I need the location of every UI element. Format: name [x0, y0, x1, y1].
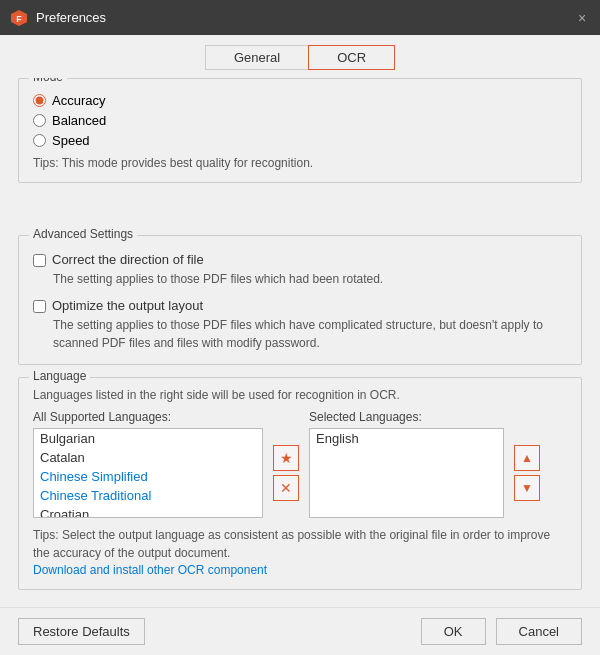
language-section: Language Languages listed in the right s…	[18, 377, 582, 590]
correct-direction-checkbox[interactable]	[33, 254, 46, 267]
window-title: Preferences	[36, 10, 574, 25]
window-content: General OCR Mode Accuracy Balanced	[0, 35, 600, 655]
mode-speed-radio[interactable]	[33, 134, 46, 147]
add-language-button[interactable]: ★	[273, 445, 299, 471]
cancel-button[interactable]: Cancel	[496, 618, 582, 645]
correct-direction-item: Correct the direction of file	[33, 252, 567, 267]
footer: Restore Defaults OK Cancel	[0, 607, 600, 655]
mode-accuracy-item[interactable]: Accuracy	[33, 93, 567, 108]
tab-ocr[interactable]: OCR	[308, 45, 395, 70]
optimize-layout-desc: The setting applies to those PDF files w…	[53, 316, 567, 352]
mode-accuracy-label: Accuracy	[52, 93, 105, 108]
mode-speed-item[interactable]: Speed	[33, 133, 567, 148]
mode-tips: Tips: This mode provides best quality fo…	[33, 156, 567, 170]
mode-section-title: Mode	[29, 78, 67, 84]
mode-balanced-item[interactable]: Balanced	[33, 113, 567, 128]
language-section-title: Language	[29, 369, 90, 383]
list-item-chinese-traditional[interactable]: Chinese Traditional	[34, 486, 262, 505]
list-item-catalan[interactable]: Catalan	[34, 448, 262, 467]
optimize-layout-checkbox[interactable]	[33, 300, 46, 313]
mode-section: Mode Accuracy Balanced Speed Tips	[18, 78, 582, 183]
mode-accuracy-radio[interactable]	[33, 94, 46, 107]
optimize-layout-label: Optimize the output layout	[52, 298, 203, 313]
list-item-croatian[interactable]: Croatian	[34, 505, 262, 518]
correct-direction-label: Correct the direction of file	[52, 252, 204, 267]
selected-languages-label: Selected Languages:	[309, 410, 504, 424]
mode-radio-group: Accuracy Balanced Speed	[33, 93, 567, 148]
title-bar: F Preferences ×	[0, 0, 600, 35]
list-item-chinese-simplified[interactable]: Chinese Simplified	[34, 467, 262, 486]
all-languages-col: All Supported Languages: Bulgarian Catal…	[33, 410, 263, 518]
advanced-section-title: Advanced Settings	[29, 227, 137, 241]
move-up-button[interactable]: ▲	[514, 445, 540, 471]
language-tips: Tips: Select the output language as cons…	[33, 526, 567, 562]
tab-bar: General OCR	[0, 35, 600, 78]
language-columns: All Supported Languages: Bulgarian Catal…	[33, 410, 567, 518]
move-down-button[interactable]: ▼	[514, 475, 540, 501]
svg-text:F: F	[16, 14, 22, 24]
language-description: Languages listed in the right side will …	[33, 388, 567, 402]
app-icon: F	[10, 9, 28, 27]
mode-speed-label: Speed	[52, 133, 90, 148]
all-languages-list[interactable]: Bulgarian Catalan Chinese Simplified Chi…	[33, 428, 263, 518]
mode-balanced-label: Balanced	[52, 113, 106, 128]
footer-right-buttons: OK Cancel	[421, 618, 582, 645]
remove-language-button[interactable]: ✕	[273, 475, 299, 501]
download-link[interactable]: Download and install other OCR component	[33, 563, 267, 577]
close-button[interactable]: ×	[574, 10, 590, 26]
optimize-layout-item: Optimize the output layout	[33, 298, 567, 313]
correct-direction-desc: The setting applies to those PDF files w…	[53, 270, 567, 288]
selected-languages-list[interactable]: English	[309, 428, 504, 518]
ok-button[interactable]: OK	[421, 618, 486, 645]
restore-defaults-button[interactable]: Restore Defaults	[18, 618, 145, 645]
mode-balanced-radio[interactable]	[33, 114, 46, 127]
list-item-bulgarian[interactable]: Bulgarian	[34, 429, 262, 448]
preferences-window: F Preferences × General OCR Mode Accurac…	[0, 0, 600, 655]
main-content: Mode Accuracy Balanced Speed Tips	[0, 78, 600, 607]
lang-order-buttons: ▲ ▼	[514, 445, 540, 501]
advanced-settings-section: Advanced Settings Correct the direction …	[18, 235, 582, 365]
list-item-english[interactable]: English	[310, 429, 503, 448]
all-languages-label: All Supported Languages:	[33, 410, 263, 424]
selected-languages-col: Selected Languages: English	[309, 410, 504, 518]
lang-transfer-buttons: ★ ✕	[273, 445, 299, 501]
tab-general[interactable]: General	[205, 45, 308, 70]
